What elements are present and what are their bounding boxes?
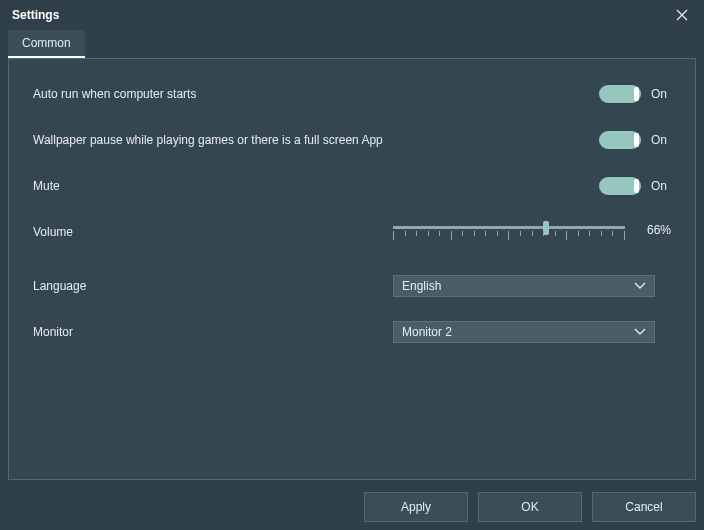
tab-common[interactable]: Common xyxy=(8,30,85,58)
language-value: English xyxy=(402,279,441,293)
row-language: Language English xyxy=(33,275,671,297)
apply-button[interactable]: Apply xyxy=(364,492,468,522)
row-mute: Mute On xyxy=(33,177,671,195)
mute-state: On xyxy=(651,179,671,193)
mute-toggle[interactable] xyxy=(599,177,641,195)
monitor-value: Monitor 2 xyxy=(402,325,452,339)
row-volume: Volume 66% xyxy=(33,223,671,247)
autorun-label: Auto run when computer starts xyxy=(33,87,393,101)
volume-readout: 66% xyxy=(637,223,671,237)
slider-track xyxy=(393,226,625,229)
monitor-select[interactable]: Monitor 2 xyxy=(393,321,655,343)
chevron-down-icon xyxy=(634,282,646,290)
toggle-knob xyxy=(634,179,639,193)
settings-panel: Auto run when computer starts On Wallpap… xyxy=(8,58,696,480)
monitor-label: Monitor xyxy=(33,325,393,339)
chevron-down-icon xyxy=(634,328,646,336)
language-label: Language xyxy=(33,279,393,293)
close-icon xyxy=(676,9,688,21)
row-monitor: Monitor Monitor 2 xyxy=(33,321,671,343)
toggle-knob xyxy=(634,133,639,147)
toggle-knob xyxy=(634,87,639,101)
row-pause: Wallpaper pause while playing games or t… xyxy=(33,131,671,149)
close-button[interactable] xyxy=(668,1,696,29)
titlebar: Settings xyxy=(0,0,704,30)
language-select[interactable]: English xyxy=(393,275,655,297)
tab-strip: Common xyxy=(0,30,704,58)
mute-label: Mute xyxy=(33,179,393,193)
volume-label: Volume xyxy=(33,223,393,239)
footer-buttons: Apply OK Cancel xyxy=(364,492,696,522)
cancel-button[interactable]: Cancel xyxy=(592,492,696,522)
autorun-state: On xyxy=(651,87,671,101)
ok-button[interactable]: OK xyxy=(478,492,582,522)
autorun-toggle[interactable] xyxy=(599,85,641,103)
pause-toggle[interactable] xyxy=(599,131,641,149)
volume-slider[interactable] xyxy=(393,223,625,247)
row-autorun: Auto run when computer starts On xyxy=(33,85,671,103)
pause-state: On xyxy=(651,133,671,147)
pause-label: Wallpaper pause while playing games or t… xyxy=(33,133,393,147)
slider-ticks xyxy=(393,231,625,241)
window-title: Settings xyxy=(12,8,59,22)
